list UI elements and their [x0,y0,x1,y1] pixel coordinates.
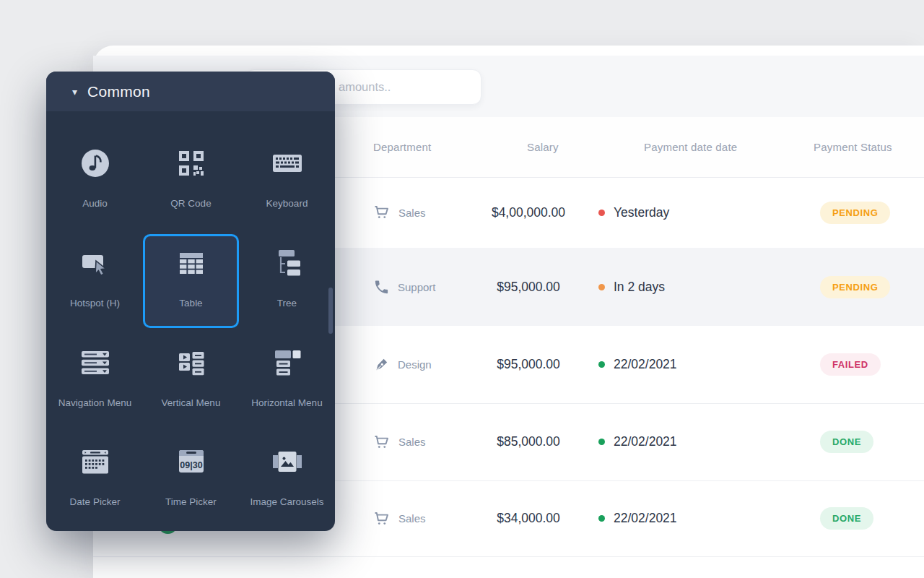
status-dot [598,439,605,445]
keyboard-icon [270,146,305,181]
salary-cell: $85,000.00 [435,403,622,480]
status-badge: PENDING [820,276,890,298]
component-label: Vertical Menu [162,397,221,408]
department-label: Sales [398,512,426,525]
component-item-qr-code[interactable]: QR Code [143,134,239,228]
hotspot-icon [78,246,113,280]
column-header-payment-date: Payment date date [644,117,737,177]
component-label: Navigation Menu [58,397,131,408]
payment-date-cell: Yesterday [598,177,669,248]
component-item-table[interactable]: Table [143,234,239,328]
column-header-salary: Salary [527,117,559,177]
component-label: Table [179,298,202,309]
component-item-vertical-menu[interactable]: Vertical Menu [143,334,239,428]
panel-header[interactable]: ▾ Common [46,72,335,111]
salary-cell: $95,000.00 [435,248,622,326]
status-dot [598,284,605,290]
department-label: Sales [398,207,426,219]
component-label: Horizontal Menu [251,397,322,408]
department-cell: Sales [373,403,426,480]
component-item-audio[interactable]: Audio [47,134,143,228]
department-label: Support [398,281,436,293]
payment-date-label: Yesterday [614,205,669,220]
horizontal-menu-icon [270,345,305,380]
component-label: Image Carousels [250,496,323,507]
component-item-date-picker[interactable]: Date Picker [47,433,143,527]
cart-icon [373,434,391,451]
payment-date-cell: 22/02/2021 [598,480,677,556]
component-item-keyboard[interactable]: Keyboard [239,134,335,228]
component-item-time-picker[interactable]: 09|30 Time Picker [143,433,239,527]
payment-date-label: 22/02/2021 [614,357,677,372]
payment-date-cell: 22/02/2021 [598,326,677,403]
panel-scrollbar-thumb[interactable] [328,288,333,334]
component-item-horizontal-menu[interactable]: Horizontal Menu [239,334,335,428]
phone-icon [373,279,390,296]
chevron-down-icon[interactable]: ▾ [72,87,77,97]
payment-date-cell: In 2 days [598,248,665,326]
department-label: Sales [398,436,426,448]
panel-title: Common [87,83,150,100]
component-item-tree[interactable]: Tree [239,234,335,328]
payment-date-cell: 22/02/2021 [598,403,677,480]
payment-status-cell: PENDING [820,177,890,248]
component-label: QR Code [170,198,211,209]
status-dot [598,515,605,522]
component-item-hotspot[interactable]: Hotspot (H) [47,234,143,328]
payment-date-label: 22/02/2021 [614,511,677,526]
qr-code-icon [174,146,209,181]
image-carousels-icon [270,444,305,479]
salary-cell: $95,000.00 [435,326,622,403]
department-cell: Sales [373,480,426,556]
column-header-department: Department [373,117,431,177]
cart-icon [373,510,391,527]
payment-status-cell: DONE [820,480,873,556]
vertical-menu-icon [174,345,209,380]
component-label: Time Picker [165,496,217,507]
component-label: Tree [277,298,297,309]
svg-text:09|30: 09|30 [180,460,202,470]
cart-icon [373,204,391,221]
component-label: Hotspot (H) [70,298,120,309]
component-label: Audio [82,198,108,209]
components-panel: ▾ Common Audio QR Code Keyboard Hotspot … [46,72,335,531]
audio-icon [78,146,113,181]
department-cell: Support [373,248,436,326]
salary-cell: $4,00,000.00 [435,177,622,248]
navigation-menu-icon [78,345,113,380]
status-badge: FAILED [820,353,881,376]
date-picker-icon [78,444,113,479]
payment-status-cell: FAILED [820,326,881,403]
payment-date-label: In 2 days [614,280,665,295]
department-label: Design [398,358,432,371]
pen-icon [373,356,390,373]
tree-icon [270,246,305,280]
component-item-image-carousels[interactable]: Image Carousels [239,433,335,527]
payment-date-label: 22/02/2021 [614,434,677,449]
component-label: Date Picker [70,496,121,507]
status-badge: DONE [820,431,873,453]
department-cell: Design [373,326,432,403]
component-label: Keyboard [266,198,308,209]
time-picker-icon: 09|30 [174,444,209,479]
status-dot [598,210,605,216]
payment-status-cell: DONE [820,403,873,480]
column-header-payment-status: Payment Status [814,117,892,177]
department-cell: Sales [373,177,426,248]
component-item-navigation-menu[interactable]: Navigation Menu [47,334,143,428]
payment-status-cell: PENDING [820,248,890,326]
table-icon [174,246,209,280]
status-badge: PENDING [820,202,890,224]
status-dot [598,361,605,368]
status-badge: DONE [820,507,873,530]
salary-cell: $34,000.00 [435,480,622,556]
